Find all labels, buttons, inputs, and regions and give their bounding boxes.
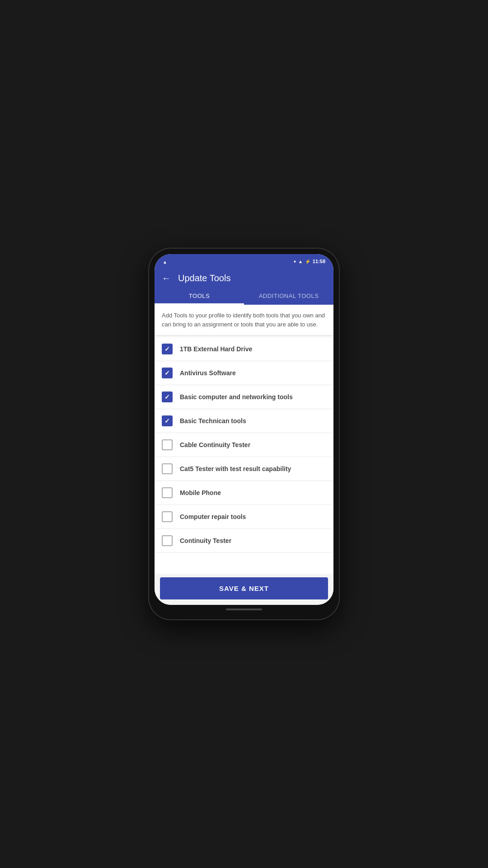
status-right: ▾ ▲ ⚡ 11:58 (294, 259, 325, 264)
content-area: Add Tools to your profile to identify bo… (155, 305, 333, 605)
tool-item-2[interactable]: Antivirus Software (155, 361, 333, 385)
tool-label-3: Basic computer and networking tools (180, 393, 293, 401)
tool-label-4: Basic Technican tools (180, 417, 246, 425)
checkbox-3[interactable] (162, 392, 173, 402)
tab-tools[interactable]: TOOLS (155, 287, 244, 305)
wifi-icon: ▾ (294, 259, 296, 264)
signal-icon: ▲ (298, 259, 303, 264)
tool-label-2: Antivirus Software (180, 369, 236, 377)
page-title: Update Tools (178, 273, 230, 283)
tool-item-3[interactable]: Basic computer and networking tools (155, 385, 333, 409)
tool-item-9[interactable]: Continuity Tester (155, 529, 333, 553)
status-bar: ▲ ▾ ▲ ⚡ 11:58 (155, 254, 333, 268)
checkbox-7[interactable] (162, 487, 173, 498)
checkbox-9[interactable] (162, 535, 173, 546)
back-button[interactable]: ← (162, 273, 171, 283)
tool-item-7[interactable]: Mobile Phone (155, 481, 333, 505)
checkbox-4[interactable] (162, 415, 173, 426)
tool-item-4[interactable]: Basic Technican tools (155, 409, 333, 433)
tool-label-5: Cable Continuity Tester (180, 441, 250, 448)
battery-icon: ⚡ (305, 259, 310, 264)
save-next-button[interactable]: SAVE & NEXT (160, 577, 328, 599)
checkbox-8[interactable] (162, 511, 173, 522)
phone-frame: ▲ ▾ ▲ ⚡ 11:58 ← Update Tools TOOLS ADDIT… (149, 249, 339, 619)
home-bar (226, 609, 262, 610)
tab-additional-tools[interactable]: ADDITIONAL TOOLS (244, 287, 333, 305)
tool-label-7: Mobile Phone (180, 489, 221, 496)
description-text: Add Tools to your profile to identify bo… (155, 305, 333, 335)
phone-screen: ▲ ▾ ▲ ⚡ 11:58 ← Update Tools TOOLS ADDIT… (155, 254, 333, 605)
status-left: ▲ (163, 257, 172, 265)
checkbox-2[interactable] (162, 368, 173, 378)
tools-list: 1TB External Hard DriveAntivirus Softwar… (155, 337, 333, 574)
tool-label-9: Continuity Tester (180, 537, 231, 544)
tool-item-5[interactable]: Cable Continuity Tester (155, 433, 333, 457)
checkbox-5[interactable] (162, 439, 173, 450)
checkbox-1[interactable] (162, 344, 173, 354)
status-time: 11:58 (313, 259, 325, 264)
app-header: ← Update Tools (155, 268, 333, 287)
tool-label-1: 1TB External Hard Drive (180, 345, 252, 353)
tool-item-8[interactable]: Computer repair tools (155, 505, 333, 529)
tool-item-1[interactable]: 1TB External Hard Drive (155, 337, 333, 361)
checkbox-6[interactable] (162, 463, 173, 474)
tool-item-6[interactable]: Cat5 Tester with test result capability (155, 457, 333, 481)
tab-bar: TOOLS ADDITIONAL TOOLS (155, 287, 333, 305)
tool-label-6: Cat5 Tester with test result capability (180, 465, 291, 472)
tool-label-8: Computer repair tools (180, 513, 246, 520)
phone-bottom (155, 605, 333, 614)
